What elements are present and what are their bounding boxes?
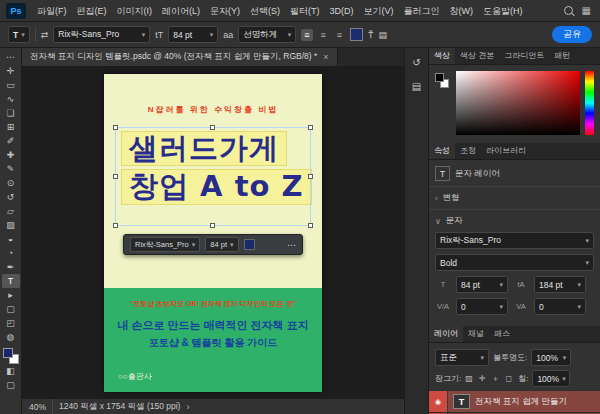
fill-field[interactable]: 100%▾ [532,370,570,387]
align-left-icon[interactable]: ≡ [301,29,312,41]
anti-alias-select[interactable]: 선명하게▾ [238,26,296,43]
transform-handle[interactable] [308,125,313,130]
menu-help[interactable]: 도움말(H) [478,0,528,22]
transform-handle[interactable] [308,174,313,179]
props-font-size-field[interactable]: 84 pt▾ [456,276,508,293]
layer-name[interactable]: 전자책 표지 쉽게 만들기 [475,396,567,408]
eyedropper-tool[interactable]: ✐ [2,134,20,148]
move-tool[interactable]: ✛ [2,64,20,78]
lock-transparency-icon[interactable]: ▨ [465,374,473,383]
menu-type[interactable]: 문자(Y) [205,0,245,22]
transform-handle[interactable] [308,223,313,228]
section-transform[interactable]: 변형 [443,192,460,204]
align-center-icon[interactable]: ≡ [318,29,329,41]
foreground-background-swatches[interactable] [3,348,19,364]
menu-filter[interactable]: 필터(T) [285,0,325,22]
lock-pixels-icon[interactable]: ＋ [492,373,500,384]
transform-handle[interactable] [210,223,215,228]
menu-layer[interactable]: 레이어(L) [157,0,205,22]
font-size-select[interactable]: 84 pt▾ [168,26,218,43]
chevron-right-icon[interactable]: › [435,194,438,203]
brush-tool[interactable]: ✎ [2,162,20,176]
hand-tool[interactable]: ◰ [2,316,20,330]
screen-mode-icon[interactable]: ▢ [2,378,20,392]
tab-properties[interactable]: 속성 [429,143,455,159]
tool-preset-picker[interactable]: T▾ [8,26,30,43]
history-brush-tool[interactable]: ↺ [2,190,20,204]
blend-mode-select[interactable]: 표준▾ [435,349,489,366]
healing-brush-tool[interactable]: ✚ [2,148,20,162]
eraser-tool[interactable]: ▱ [2,204,20,218]
menu-image[interactable]: 이미지(I) [112,0,158,22]
transform-handle[interactable] [210,125,215,130]
tab-patterns[interactable]: 패턴 [549,48,575,64]
foreground-chip[interactable] [435,73,444,82]
object-selection-tool[interactable]: ❏ [2,106,20,120]
tab-gradients[interactable]: 그라디언트 [499,48,549,64]
menu-3d[interactable]: 3D(D) [325,0,359,22]
ctx-font-size-select[interactable]: 84 pt▾ [205,237,238,252]
color-panel-swatches[interactable] [435,71,451,137]
canvas-area[interactable]: N잡러를 위한 수익창출 비법 샐러드가게 창업 A to Z [22,66,404,398]
tab-layers[interactable]: 레이어 [429,326,463,342]
marquee-tool[interactable]: ▭ [2,78,20,92]
transform-handle[interactable] [113,125,118,130]
menu-edit[interactable]: 편집(E) [72,0,112,22]
text-selection-bounding-box[interactable] [115,127,311,226]
props-font-family-select[interactable]: Rix락-Sans_Pro▾ [435,232,594,249]
libraries-panel-icon[interactable]: ▤ [409,79,425,93]
foreground-color-swatch[interactable] [3,348,13,358]
warp-text-icon[interactable]: T̃ [368,30,374,40]
menu-select[interactable]: 선택(S) [245,0,285,22]
share-button[interactable]: 공유 [552,26,592,43]
props-font-style-select[interactable]: Bold▾ [435,254,594,271]
dodge-tool[interactable]: ◔ [2,246,20,260]
path-selection-tool[interactable]: ▸ [2,288,20,302]
lasso-tool[interactable]: ∿ [2,92,20,106]
zoom-tool[interactable]: ◍ [2,330,20,344]
toolbar-ellipsis-icon[interactable]: ⋯ [2,50,20,64]
pen-tool[interactable]: ✒ [2,260,20,274]
quick-mask-icon[interactable]: ◧ [2,364,20,378]
transform-handle[interactable] [113,174,118,179]
character-panel-toggle-icon[interactable]: ▤ [379,30,388,40]
type-tool[interactable]: T [2,274,20,288]
text-orientation-icon[interactable]: ⇄ [41,30,49,40]
ctx-font-family-select[interactable]: Rix락-Sans_Pro▾ [130,237,200,252]
zoom-level[interactable]: 40% [29,402,46,412]
crop-tool[interactable]: ⊞ [2,120,20,134]
status-menu-icon[interactable]: › [186,402,189,412]
blur-tool[interactable]: ◒ [2,232,20,246]
chevron-down-icon[interactable]: ∨ [435,217,441,226]
tab-close-icon[interactable]: × [323,52,328,62]
props-tracking-field[interactable]: 0▾ [534,298,586,315]
menu-view[interactable]: 보기(V) [359,0,399,22]
menu-file[interactable]: 파일(F) [32,0,72,22]
search-icon[interactable] [564,6,573,15]
text-layer-thumbnail[interactable]: T [453,394,470,409]
menu-plugins[interactable]: 플러그인 [399,0,445,22]
hue-slider[interactable] [585,71,594,135]
gradient-tool[interactable]: ▨ [2,218,20,232]
layer-row[interactable]: ◉ T 전자책 표지 쉽게 만들기 [429,391,600,413]
document-tab[interactable]: 전자책 표지 디자인 템플릿.psdc @ 40% (전자책 표지 쉽게 만들기… [22,48,338,66]
tab-channels[interactable]: 채널 [463,326,489,342]
color-picker-field[interactable] [456,71,580,135]
menu-window[interactable]: 창(W) [445,0,479,22]
props-kerning-field[interactable]: 0▾ [456,298,508,315]
section-character[interactable]: 문자 [446,215,463,227]
text-color-swatch[interactable] [350,28,363,41]
rectangle-tool[interactable]: ▢ [2,302,20,316]
workspace-switcher-icon[interactable]: ▦ [582,5,591,16]
history-panel-icon[interactable]: ↺ [409,55,425,69]
tab-paths[interactable]: 패스 [489,326,515,342]
align-right-icon[interactable]: ≡ [334,29,345,41]
tab-libraries[interactable]: 라이브러리 [481,143,531,159]
font-family-select[interactable]: Rix락-Sans_Pro▾ [53,26,150,43]
lock-all-icon[interactable]: ◻ [506,374,513,383]
lock-position-icon[interactable]: ✛ [479,374,486,383]
transform-handle[interactable] [113,223,118,228]
ctx-more-icon[interactable]: ⋯ [287,240,296,250]
layer-visibility-eye-icon[interactable]: ◉ [429,391,448,412]
ctx-text-color-swatch[interactable] [244,239,255,250]
